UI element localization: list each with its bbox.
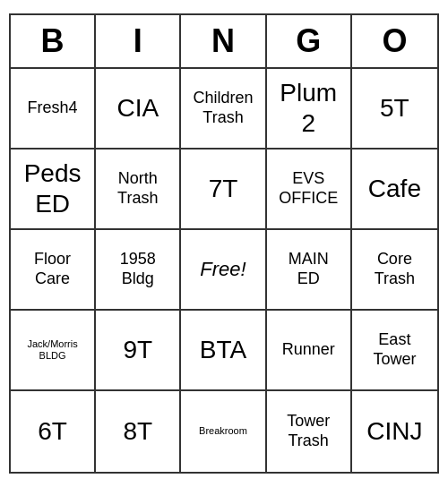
bingo-cell[interactable]: ChildrenTrash: [181, 69, 266, 150]
header-letter: I: [96, 15, 181, 67]
bingo-cell[interactable]: EastTower: [352, 311, 437, 391]
bingo-cell[interactable]: Runner: [267, 311, 352, 391]
header-letter: B: [11, 15, 96, 67]
bingo-cell[interactable]: Breakroom: [181, 391, 266, 472]
bingo-cell[interactable]: CINJ: [352, 391, 437, 472]
bingo-cell[interactable]: EVSOFFICE: [267, 150, 352, 230]
header-letter: G: [267, 15, 352, 67]
bingo-cell[interactable]: Plum 2: [267, 69, 352, 150]
bingo-cell[interactable]: 8T: [96, 391, 181, 472]
bingo-cell[interactable]: 5T: [352, 69, 437, 150]
bingo-cell[interactable]: CoreTrash: [352, 230, 437, 311]
bingo-cell[interactable]: 7T: [181, 150, 266, 230]
bingo-cell[interactable]: FloorCare: [11, 230, 96, 311]
bingo-cell[interactable]: Cafe: [352, 150, 437, 230]
bingo-grid: Fresh4CIAChildrenTrashPlum 25TPeds EDNor…: [11, 69, 437, 472]
bingo-cell[interactable]: TowerTrash: [267, 391, 352, 472]
bingo-cell[interactable]: Free!: [181, 230, 266, 311]
header-letter: N: [181, 15, 266, 67]
bingo-cell[interactable]: MAINED: [267, 230, 352, 311]
bingo-cell[interactable]: 6T: [11, 391, 96, 472]
bingo-card: BINGO Fresh4CIAChildrenTrashPlum 25TPeds…: [9, 13, 439, 474]
bingo-cell[interactable]: Jack/MorrisBLDG: [11, 311, 96, 391]
bingo-cell[interactable]: 9T: [96, 311, 181, 391]
bingo-cell[interactable]: 1958Bldg: [96, 230, 181, 311]
bingo-cell[interactable]: NorthTrash: [96, 150, 181, 230]
bingo-cell[interactable]: Peds ED: [11, 150, 96, 230]
header-letter: O: [352, 15, 437, 67]
bingo-cell[interactable]: BTA: [181, 311, 266, 391]
bingo-cell[interactable]: CIA: [96, 69, 181, 150]
bingo-header: BINGO: [11, 15, 437, 69]
bingo-cell[interactable]: Fresh4: [11, 69, 96, 150]
